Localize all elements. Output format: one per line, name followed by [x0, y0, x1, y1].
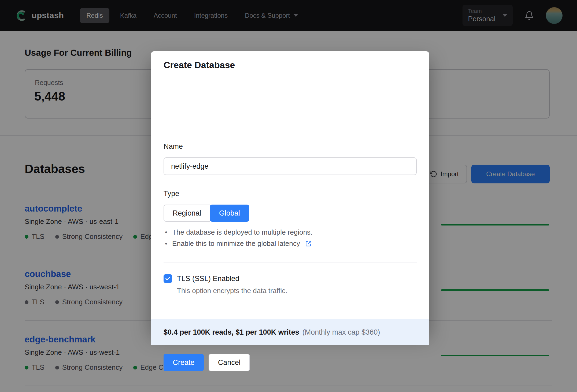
pricing-banner: $0.4 per 100K reads, $1 per 100K writes … [151, 319, 429, 345]
bullet-global-latency: • Enable this to minimize the global lat… [165, 239, 312, 247]
name-label: Name [164, 142, 183, 151]
tls-label[interactable]: TLS (SSL) Enabled [177, 275, 239, 283]
bullet-multiple-regions: • The database is deployed to multiple r… [165, 228, 312, 236]
create-database-modal: Create Database Name netlify-edge Type R… [151, 51, 429, 330]
modal-header-divider [151, 79, 429, 79]
external-link-icon[interactable] [305, 240, 312, 247]
tls-checkbox[interactable] [164, 274, 172, 283]
tls-row: TLS (SSL) Enabled [164, 274, 239, 283]
type-option-regional[interactable]: Regional [164, 205, 210, 222]
bullet-text: Enable this to minimize the global laten… [172, 239, 300, 247]
cancel-button[interactable]: Cancel [209, 354, 250, 371]
bullet-text: The database is deployed to multiple reg… [172, 228, 312, 236]
modal-section-divider [164, 262, 417, 262]
modal-title: Create Database [164, 60, 235, 70]
tls-description: This option encrypts the data traffic. [177, 287, 287, 295]
bullet-icon: • [165, 228, 167, 236]
name-input[interactable]: netlify-edge [164, 157, 417, 175]
pricing-note: (Monthly max cap $360) [302, 328, 380, 336]
type-toggle: Regional Global [164, 205, 249, 222]
type-option-global[interactable]: Global [210, 205, 249, 222]
type-description-bullets: • The database is deployed to multiple r… [165, 228, 312, 247]
check-icon [165, 276, 171, 282]
create-button[interactable]: Create [164, 354, 204, 371]
pricing-text: $0.4 per 100K reads, $1 per 100K writes [164, 328, 299, 336]
type-label: Type [164, 190, 179, 198]
bullet-icon: • [165, 239, 167, 247]
